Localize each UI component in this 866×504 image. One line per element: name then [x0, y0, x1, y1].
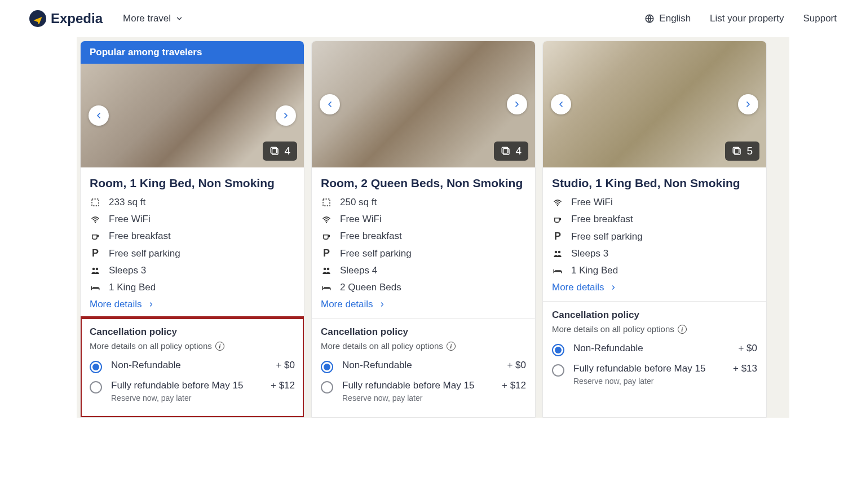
sqft-icon — [90, 197, 101, 207]
support-link[interactable]: Support — [803, 13, 837, 24]
chevron-down-icon — [175, 15, 183, 23]
amenity-bed: 1 King Bed — [90, 282, 295, 293]
policy-option-nonrefundable[interactable]: Non-Refundable + $0 — [552, 343, 757, 356]
gallery-icon — [501, 146, 511, 156]
policy-more-info[interactable]: More details on all policy options i — [90, 341, 295, 351]
image-prev-button[interactable] — [89, 105, 109, 126]
room-image[interactable]: 4 — [312, 41, 535, 167]
image-next-button[interactable] — [507, 94, 527, 114]
wifi-icon — [552, 197, 563, 207]
image-prev-button[interactable] — [320, 94, 340, 114]
breakfast-icon — [552, 214, 563, 224]
amenity-bed: 1 King Bed — [552, 265, 757, 276]
popular-badge: Popular among travelers — [81, 41, 304, 64]
logo[interactable]: Expedia — [29, 10, 103, 27]
amenity-sleeps: Sleeps 3 — [90, 265, 295, 276]
radio-selected-icon — [552, 344, 564, 356]
amenity-parking: PFree self parking — [552, 231, 757, 242]
wifi-icon — [90, 214, 101, 224]
radio-selected-icon — [321, 361, 333, 373]
globe-icon — [644, 14, 655, 24]
image-count-badge: 4 — [263, 142, 297, 161]
policy-option-refundable[interactable]: Fully refundable before May 15 Reserve n… — [321, 380, 526, 403]
amenity-sleeps: Sleeps 3 — [552, 248, 757, 259]
radio-unselected-icon — [90, 381, 102, 394]
info-icon: i — [447, 342, 456, 351]
image-prev-button[interactable] — [551, 94, 571, 114]
amenity-breakfast: Free breakfast — [552, 214, 757, 225]
room-image[interactable]: 5 — [543, 41, 766, 167]
people-icon — [552, 249, 563, 259]
image-count-badge: 5 — [725, 142, 759, 161]
bed-icon — [552, 266, 563, 276]
language-label: English — [659, 13, 691, 24]
amenity-parking: PFree self parking — [321, 247, 526, 259]
image-next-button[interactable] — [276, 105, 296, 126]
policy-title: Cancellation policy — [321, 326, 526, 338]
gallery-icon — [732, 146, 742, 156]
image-count: 4 — [515, 145, 522, 157]
rooms-list: Popular among travelers 4 Room, 1 King B… — [77, 37, 789, 418]
breakfast-icon — [321, 231, 332, 241]
support-label: Support — [803, 13, 837, 24]
sqft-icon — [321, 197, 332, 207]
image-count-badge: 4 — [494, 142, 528, 161]
parking-icon: P — [90, 247, 101, 259]
svg-point-15 — [557, 205, 558, 206]
svg-point-17 — [558, 251, 561, 254]
cancellation-policy: Cancellation policy More details on all … — [312, 318, 535, 417]
list-property-label: List your property — [710, 13, 784, 24]
amenity-breakfast: Free breakfast — [90, 231, 295, 242]
info-icon: i — [215, 342, 224, 351]
policy-more-info[interactable]: More details on all policy options i — [321, 341, 526, 351]
people-icon — [321, 266, 332, 276]
cancellation-policy: Cancellation policy More details on all … — [81, 318, 304, 417]
amenity-wifi: Free WiFi — [90, 214, 295, 225]
policy-title: Cancellation policy — [552, 310, 757, 321]
image-count: 5 — [746, 145, 753, 157]
wifi-icon — [321, 214, 332, 224]
amenity-sleeps: Sleeps 4 — [321, 265, 526, 276]
list-property-link[interactable]: List your property — [710, 13, 784, 24]
more-details-link[interactable]: More details — [90, 299, 295, 310]
cancellation-policy: Cancellation policy More details on all … — [543, 301, 766, 400]
header: Expedia More travel English List your pr… — [0, 0, 866, 37]
amenity-wifi: Free WiFi — [321, 214, 526, 225]
policy-more-info[interactable]: More details on all policy options i — [552, 324, 757, 334]
chevron-right-icon — [379, 301, 386, 308]
language-selector[interactable]: English — [644, 13, 691, 24]
more-travel-dropdown[interactable]: More travel — [123, 13, 183, 24]
amenity-parking: PFree self parking — [90, 247, 295, 259]
svg-rect-3 — [92, 199, 99, 206]
radio-unselected-icon — [321, 381, 333, 394]
room-card: 4 Room, 2 Queen Beds, Non Smoking 250 sq… — [311, 41, 536, 418]
more-details-link[interactable]: More details — [321, 299, 526, 310]
radio-unselected-icon — [552, 364, 564, 377]
room-card: 5 Studio, 1 King Bed, Non Smoking Free W… — [542, 41, 767, 418]
room-body: Room, 2 Queen Beds, Non Smoking 250 sq f… — [312, 167, 535, 318]
image-next-button[interactable] — [738, 94, 758, 114]
svg-point-10 — [326, 222, 327, 223]
chevron-right-icon — [610, 284, 617, 291]
radio-selected-icon — [90, 361, 102, 373]
amenity-size: 233 sq ft — [90, 197, 295, 208]
parking-icon: P — [321, 247, 332, 259]
amenity-wifi: Free WiFi — [552, 197, 757, 208]
svg-point-4 — [95, 222, 96, 223]
svg-point-16 — [555, 251, 558, 254]
policy-option-nonrefundable[interactable]: Non-Refundable + $0 — [90, 360, 295, 373]
policy-option-refundable[interactable]: Fully refundable before May 15 Reserve n… — [552, 363, 757, 386]
policy-option-refundable[interactable]: Fully refundable before May 15 Reserve n… — [90, 380, 295, 403]
chevron-right-icon — [148, 301, 154, 308]
room-body: Studio, 1 King Bed, Non Smoking Free WiF… — [543, 167, 766, 301]
room-title: Room, 1 King Bed, Non Smoking — [90, 176, 295, 190]
room-image[interactable]: 4 — [81, 64, 304, 167]
gallery-icon — [269, 146, 280, 156]
more-details-link[interactable]: More details — [552, 282, 757, 293]
breakfast-icon — [90, 231, 101, 241]
more-travel-label: More travel — [123, 13, 171, 24]
amenity-bed: 2 Queen Beds — [321, 282, 526, 293]
policy-option-nonrefundable[interactable]: Non-Refundable + $0 — [321, 360, 526, 373]
svg-point-11 — [324, 268, 326, 271]
svg-point-6 — [96, 268, 99, 271]
